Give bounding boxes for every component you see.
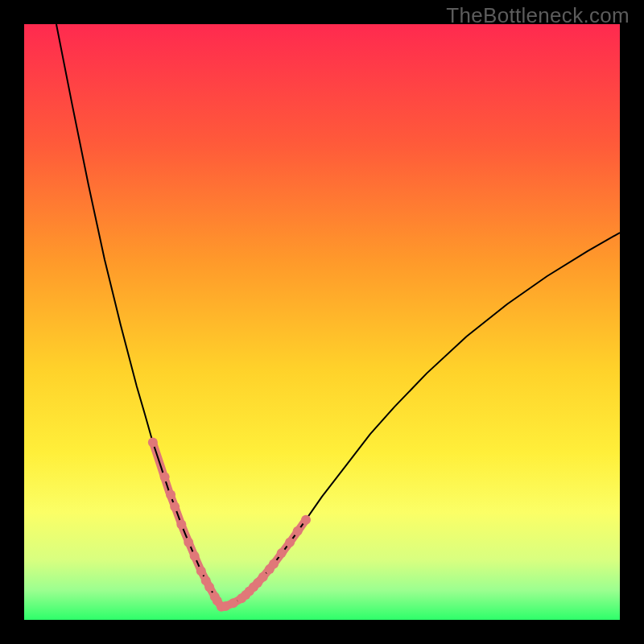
highlight-point <box>170 502 180 511</box>
highlight-point <box>277 548 287 558</box>
highlight-point <box>204 582 214 592</box>
highlight-point <box>160 472 170 481</box>
highlight-point <box>184 538 193 547</box>
highlight-point <box>301 515 311 525</box>
curve-layer <box>24 24 620 620</box>
curve-segment <box>153 442 221 606</box>
highlight-point <box>229 598 238 608</box>
highlight-point <box>190 551 200 561</box>
chart-frame: TheBottleneck.com <box>0 0 644 644</box>
plot-area <box>24 24 620 620</box>
highlight-point <box>293 526 303 536</box>
highlight-point <box>269 559 279 568</box>
curve-segment <box>56 24 221 607</box>
highlight-point <box>176 520 186 530</box>
highlight-point <box>258 572 268 582</box>
highlight-point <box>148 437 158 447</box>
watermark-text: TheBottleneck.com <box>446 3 630 28</box>
highlight-point <box>285 538 295 547</box>
highlight-point <box>196 566 206 576</box>
highlight-point <box>166 490 175 500</box>
